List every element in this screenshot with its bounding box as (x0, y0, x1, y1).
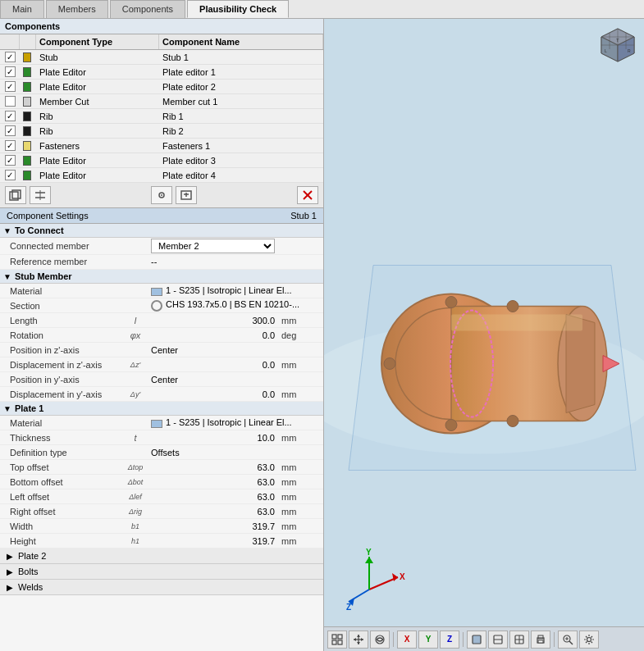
vt-y-view-button[interactable]: Y (418, 631, 438, 649)
settings-button[interactable] (151, 186, 172, 204)
collapsed-bolts[interactable]: ▶ Bolts (0, 564, 323, 580)
tab-main[interactable]: Main (0, 0, 44, 18)
prop-plate1-top-value[interactable]: 63.0 (148, 462, 278, 473)
vt-render-button[interactable] (467, 631, 486, 649)
group-to-connect-label: To Connect (15, 225, 64, 235)
props-title-label: Component Settings (7, 211, 89, 221)
prop-stub-disp-z: Displacement in z'-axis Δz' 0.0 mm (0, 357, 323, 372)
prop-plate1-height-sym: h1 (123, 536, 148, 546)
comp-row-plate3[interactable]: ✓ Plate Editor Plate editor 3 (0, 153, 323, 168)
name-plate4: Plate editor 4 (159, 169, 323, 182)
vt-z-view-button[interactable]: Z (440, 631, 459, 649)
color-plate3 (20, 154, 36, 167)
prop-plate1-bot-label: Bottom offset (0, 476, 123, 488)
prop-plate1-thickness-label: Thickness (0, 432, 123, 444)
prop-stub-disp-y-value[interactable]: 0.0 (148, 389, 278, 400)
prop-connected-member-sym (123, 245, 148, 247)
group-plate1-header[interactable]: ▼ Plate 1 (0, 402, 323, 416)
component-toolbar (0, 183, 323, 208)
prop-stub-rotation-value[interactable]: 0.0 (148, 330, 278, 341)
comp-row-rib1[interactable]: ✓ Rib Rib 1 (0, 109, 323, 124)
vt-x-view-button[interactable]: X (397, 631, 417, 649)
collapsed-plate2[interactable]: ▶ Plate 2 (0, 549, 323, 564)
cube-nav-widget[interactable]: T L R (598, 25, 637, 65)
prop-plate1-right-label: Right offset (0, 506, 123, 517)
collapsed-welds[interactable]: ▶ Welds (0, 580, 323, 595)
prop-connected-member-value[interactable]: Member 2 (148, 238, 278, 254)
name-rib1: Rib 1 (159, 110, 323, 123)
vt-settings-button[interactable] (579, 631, 599, 649)
connected-member-select[interactable]: Member 2 (151, 239, 275, 253)
tab-plausibility[interactable]: Plausibility Check (187, 0, 289, 18)
comp-row-plate1[interactable]: ✓ Plate Editor Plate editor 1 (0, 65, 323, 80)
vt-sep1 (393, 632, 394, 647)
vt-shading-button[interactable] (488, 631, 508, 649)
prop-plate1-right-value[interactable]: 63.0 (148, 506, 278, 517)
check-plate3[interactable]: ✓ (0, 153, 20, 167)
prop-stub-material-label: Material (0, 285, 123, 297)
prop-plate1-right-unit: mm (278, 506, 323, 517)
check-plate4[interactable]: ✓ (0, 168, 20, 182)
comp-row-fasteners[interactable]: ✓ Fasteners Fasteners 1 (0, 139, 323, 153)
svg-point-6 (161, 194, 162, 196)
prop-reference-member-value: -- (148, 256, 323, 267)
comp-row-membercut[interactable]: Member Cut Member cut 1 (0, 94, 323, 109)
prop-stub-section: Section CHS 193.7x5.0 | BS EN 10210-... (0, 298, 323, 313)
delete-button[interactable] (297, 186, 318, 204)
svg-marker-53 (354, 638, 356, 641)
prop-plate1-bot-value[interactable]: 63.0 (148, 476, 278, 488)
prop-connected-member-label: Connected member (0, 240, 123, 252)
check-fasteners[interactable]: ✓ (0, 139, 20, 153)
tab-components[interactable]: Components (110, 0, 185, 18)
prop-stub-pos-z-label: Position in z'-axis (0, 344, 123, 356)
check-rib2[interactable]: ✓ (0, 124, 20, 138)
comp-row-stub[interactable]: ✓ Stub Stub 1 (0, 50, 323, 65)
prop-plate1-left-value[interactable]: 63.0 (148, 491, 278, 503)
type-plate3: Plate Editor (36, 154, 159, 167)
name-plate2: Plate editor 2 (159, 80, 323, 93)
comp-row-plate2[interactable]: ✓ Plate Editor Plate editor 2 (0, 80, 323, 94)
vt-fit-button[interactable] (327, 631, 347, 649)
prop-plate1-width-value[interactable]: 319.7 (148, 521, 278, 532)
color-rib1 (20, 110, 36, 123)
comp-row-plate4[interactable]: ✓ Plate Editor Plate editor 4 (0, 168, 323, 183)
viewport-content[interactable] (324, 84, 644, 626)
check-membercut[interactable] (0, 94, 20, 108)
vt-print-button[interactable] (531, 631, 550, 649)
prop-plate1-height-value[interactable]: 319.7 (148, 535, 278, 547)
group-to-connect-header[interactable]: ▼ To Connect (0, 224, 323, 238)
vt-orbit-button[interactable] (370, 631, 390, 649)
name-membercut: Member cut 1 (159, 95, 323, 108)
prop-plate1-top-unit: mm (278, 462, 323, 473)
props-title-bar: Component Settings Stub 1 (0, 208, 323, 224)
left-panel: Components Component Type Component Name… (0, 19, 324, 651)
check-rib1[interactable]: ✓ (0, 109, 20, 123)
comp-row-rib2[interactable]: ✓ Rib Rib 2 (0, 124, 323, 139)
align-button[interactable] (30, 186, 51, 204)
prop-plate1-thickness: Thickness t 10.0 mm (0, 430, 323, 445)
check-stub[interactable]: ✓ (0, 50, 20, 64)
vt-pan-button[interactable] (349, 631, 368, 649)
prop-plate1-bot-sym: Δbot (123, 477, 148, 487)
prop-plate1-thickness-value[interactable]: 10.0 (148, 432, 278, 444)
viewport-toolbar: X Y Z (324, 626, 644, 651)
check-plate1[interactable]: ✓ (0, 65, 20, 79)
prop-stub-length-sym: l (123, 315, 148, 326)
components-section-header: Components (0, 19, 323, 34)
plate1-mat-swatch (151, 420, 162, 428)
vt-zoom-button[interactable] (558, 631, 578, 649)
group-stub-member-header[interactable]: ▼ Stub Member (0, 270, 323, 284)
prop-stub-disp-z-value[interactable]: 0.0 (148, 359, 278, 371)
prop-plate1-deftype-label: Definition type (0, 447, 123, 458)
check-plate2[interactable]: ✓ (0, 80, 20, 93)
prop-plate1-top: Top offset Δtop 63.0 mm (0, 460, 323, 475)
vt-wireframe-button[interactable] (509, 631, 529, 649)
copy-button[interactable] (5, 186, 26, 204)
props-panel: Component Settings Stub 1 ▼ To Connect C… (0, 208, 323, 651)
prop-stub-disp-z-sym: Δz' (123, 360, 148, 370)
svg-rect-48 (332, 640, 336, 644)
prop-stub-disp-y-label: Displacement in y'-axis (0, 389, 123, 400)
tab-members[interactable]: Members (46, 0, 108, 18)
prop-stub-length-value[interactable]: 300.0 (148, 315, 278, 326)
import-button[interactable] (176, 186, 197, 204)
